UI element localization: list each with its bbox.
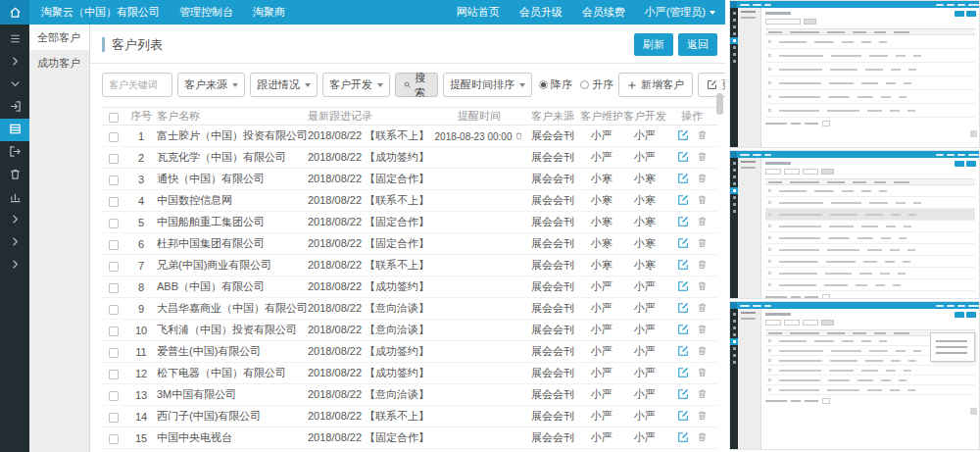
edit-icon[interactable] — [677, 151, 689, 165]
cell-source: 展会会刊 — [525, 384, 580, 406]
sidebar-item-9[interactable] — [0, 231, 29, 254]
home-icon[interactable] — [0, 0, 29, 25]
edit-icon[interactable] — [677, 194, 689, 208]
sidebar-item-5[interactable] — [0, 141, 29, 164]
edit-icon[interactable] — [677, 388, 689, 402]
preview-screenshot-3[interactable] — [729, 301, 980, 450]
sidebar-item-6[interactable] — [0, 164, 29, 186]
row-checkbox[interactable] — [109, 391, 119, 401]
top-right-link-1[interactable]: 会员升级 — [510, 0, 572, 25]
preview-screenshot-2[interactable] — [729, 150, 980, 299]
cell-customer-name: 中国船舶重工集团公司 — [157, 212, 308, 233]
edit-icon[interactable] — [677, 345, 689, 359]
cell-remind-time — [433, 212, 525, 233]
select-all-checkbox[interactable] — [109, 113, 119, 123]
table-row: 1 富士胶片（中国）投资有限公司 2018/08/22 【联系不上】 2018-… — [102, 126, 717, 147]
row-checkbox[interactable] — [109, 262, 119, 272]
trash-icon[interactable] — [697, 237, 708, 250]
edit-icon[interactable] — [677, 367, 689, 380]
edit-icon[interactable] — [677, 280, 689, 294]
edit-icon[interactable] — [677, 237, 689, 251]
trash-icon[interactable] — [697, 151, 708, 164]
sidebar-item-4[interactable] — [0, 119, 29, 141]
edit-icon[interactable] — [677, 410, 689, 424]
trash-icon[interactable] — [697, 129, 708, 142]
trash-icon[interactable] — [697, 431, 708, 444]
search-button[interactable]: 搜索 — [395, 73, 438, 97]
edit-icon[interactable] — [677, 302, 689, 316]
nav-link-0[interactable]: 管理控制台 — [170, 0, 243, 25]
row-checkbox[interactable] — [109, 154, 119, 164]
sort-asc-radio[interactable]: 升序 — [580, 77, 613, 92]
row-checkbox[interactable] — [109, 348, 119, 358]
chevron-down-icon — [519, 83, 525, 87]
sidebar-item-0[interactable] — [0, 28, 29, 51]
row-checkbox[interactable] — [109, 219, 119, 228]
edit-icon[interactable] — [677, 173, 689, 186]
trash-icon[interactable] — [697, 324, 708, 336]
trash-icon[interactable] — [514, 131, 523, 142]
keyword-input[interactable] — [102, 73, 172, 97]
trash-icon[interactable] — [697, 302, 708, 315]
row-checkbox[interactable] — [109, 132, 119, 142]
edit-icon[interactable] — [677, 431, 689, 445]
develop-select[interactable]: 客户开发 — [322, 73, 390, 97]
back-button[interactable]: 返回 — [678, 33, 717, 56]
row-checkbox[interactable] — [109, 240, 119, 250]
trash-icon[interactable] — [697, 280, 708, 293]
sort-field-select[interactable]: 提醒时间排序 — [443, 73, 532, 97]
trash-icon[interactable] — [697, 367, 708, 379]
top-right-link-0[interactable]: 网站首页 — [447, 0, 510, 25]
sidebar-item-2[interactable] — [0, 74, 29, 96]
sidebar-item-1[interactable] — [0, 51, 29, 74]
divider — [90, 63, 725, 64]
refresh-button[interactable]: 刷新 — [634, 33, 673, 56]
menu-icon — [9, 31, 22, 49]
trash-icon[interactable] — [697, 173, 708, 185]
trash-icon[interactable] — [697, 388, 708, 401]
cell-remind-time — [433, 233, 525, 255]
trash-icon[interactable] — [697, 194, 708, 207]
row-checkbox[interactable] — [109, 370, 119, 379]
user-menu[interactable]: 小严(管理员) — [635, 0, 725, 25]
source-select[interactable]: 客户来源 — [177, 73, 245, 97]
sort-desc-radio[interactable]: 降序 — [539, 77, 572, 92]
trash-icon[interactable] — [697, 216, 708, 228]
nav-link-1[interactable]: 淘聚商 — [243, 0, 295, 25]
sidebar-item-10[interactable] — [0, 254, 29, 276]
scrollbar-thumb[interactable] — [716, 93, 723, 115]
cell-source: 展会会刊 — [525, 406, 580, 427]
preview-screenshot-1[interactable] — [729, 0, 980, 148]
trash-icon[interactable] — [697, 345, 708, 358]
table-row: 12 松下电器（中国）有限公司 2018/08/22 【成功签约】 展会会刊 小… — [102, 363, 717, 384]
column-header-6: 客户开发 — [623, 108, 666, 126]
chevron-down-icon — [710, 11, 715, 15]
edit-icon[interactable] — [677, 259, 689, 273]
sidebar-item-7[interactable] — [0, 186, 29, 209]
row-checkbox[interactable] — [109, 326, 119, 336]
trash-icon[interactable] — [697, 259, 708, 272]
row-checkbox[interactable] — [109, 197, 119, 207]
cell-latest-record: 2018/08/22 【固定合作】 — [308, 212, 433, 233]
cell-latest-record: 2018/08/22 【成功签约】 — [308, 341, 433, 363]
cell-keeper: 小严 — [580, 363, 623, 384]
row-checkbox[interactable] — [109, 434, 119, 444]
followup-select[interactable]: 跟进情况 — [250, 73, 318, 97]
add-customer-button[interactable]: 新增客户 — [618, 73, 693, 97]
row-checkbox[interactable] — [109, 413, 119, 423]
row-checkbox[interactable] — [109, 283, 119, 293]
row-checkbox[interactable] — [109, 176, 119, 185]
cell-index: 4 — [125, 190, 157, 212]
edit-icon[interactable] — [677, 129, 689, 143]
row-checkbox[interactable] — [109, 305, 119, 315]
trash-icon[interactable] — [697, 410, 708, 423]
edit-icon[interactable] — [677, 324, 689, 337]
sidebar-item-all-customers[interactable]: 全部客户 — [29, 25, 89, 50]
table-row: 6 杜邦中国集团有限公司 2018/08/22 【固定合作】 展会会刊 小寒 小… — [102, 233, 717, 255]
top-right-link-2[interactable]: 会员续费 — [572, 0, 635, 25]
sidebar-item-3[interactable] — [0, 96, 29, 119]
sidebar-item-8[interactable] — [0, 209, 29, 231]
trash-icon — [9, 167, 22, 184]
edit-icon[interactable] — [677, 216, 689, 229]
sidebar-item-success-customers[interactable]: 成功客户 — [29, 50, 89, 75]
